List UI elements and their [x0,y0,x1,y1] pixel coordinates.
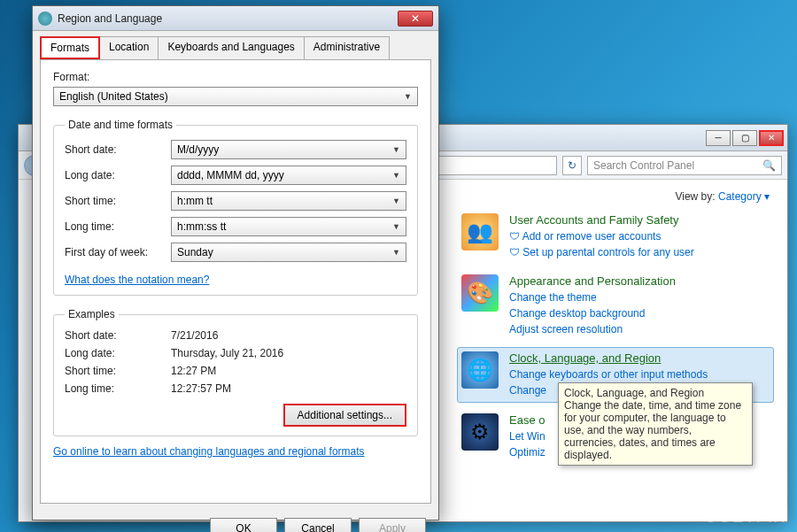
category-link[interactable]: Change desktop background [509,305,676,321]
chevron-down-icon: ▼ [392,248,400,257]
category-appearance[interactable]: 🎨 Appearance and Personalization Change … [461,274,770,337]
ex-long-date-value: Thursday, July 21, 2016 [171,347,283,359]
view-by: View by: Category ▾ [461,190,770,203]
search-input[interactable]: Search Control Panel 🔍 [587,156,782,175]
ex-short-time-label: Short time: [65,365,171,377]
user-accounts-icon: 👥 [461,213,499,251]
dialog-content: Format: English (United States) ▼ Date a… [40,59,431,504]
online-help-link[interactable]: Go online to learn about changing langua… [53,445,365,458]
chevron-down-icon: ▼ [392,197,400,205]
ease-of-access-icon: ⚙ [461,413,499,451]
cancel-button[interactable]: Cancel [284,518,352,532]
category-link[interactable]: Let Win [509,428,546,444]
dialog-button-row: OK Cancel Apply [33,511,438,532]
dialog-tabs: Formats Location Keyboards and Languages… [33,31,438,59]
category-user-accounts[interactable]: 👥 User Accounts and Family Safety 🛡 Add … [461,213,770,260]
shield-icon: 🛡 [509,246,522,258]
maximize-button[interactable]: ▢ [732,130,757,146]
long-date-dropdown[interactable]: dddd, MMMM dd, yyyy▼ [171,166,406,185]
shield-icon: 🛡 [509,230,522,243]
category-link[interactable]: Optimiz [509,444,546,460]
category-title: User Accounts and Family Safety [509,213,694,227]
short-date-label: Short date: [65,143,171,156]
format-dropdown[interactable]: English (United States) ▼ [53,87,418,106]
clock-region-icon: 🌐 [461,351,499,389]
tooltip-body: Change the date, time, and time zone for… [564,399,747,461]
category-link[interactable]: Change the theme [509,289,676,305]
chevron-down-icon: ▼ [392,171,400,180]
minimize-button[interactable]: ─ [706,130,731,146]
tab-keyboards-languages[interactable]: Keyboards and Languages [158,36,304,59]
category-link[interactable]: 🛡 Set up parental controls for any user [509,244,694,260]
chevron-down-icon: ▼ [392,145,400,154]
appearance-icon: 🎨 [461,274,499,312]
ex-long-time-value: 12:27:57 PM [171,382,231,395]
tooltip-title: Clock, Language, and Region [564,387,747,399]
cp-right-panel: View by: Category ▾ 👥 User Accounts and … [444,180,787,521]
date-time-formats-group: Date and time formats Short date: M/d/yy… [53,119,418,296]
long-time-label: Long time: [65,220,171,233]
format-value: English (United States) [59,90,168,103]
ok-button[interactable]: OK [210,518,277,532]
short-time-dropdown[interactable]: h:mm tt▼ [171,191,406,211]
notation-link[interactable]: What does the notation mean? [65,274,209,286]
examples-legend: Examples [65,308,119,320]
tab-administrative[interactable]: Administrative [304,36,390,59]
long-time-dropdown[interactable]: h:mm:ss tt▼ [171,217,406,236]
search-icon: 🔍 [762,159,776,172]
dialog-titlebar: Region and Language ✕ [33,6,438,31]
globe-icon [38,12,52,26]
ex-short-date-value: 7/21/2016 [171,329,218,342]
examples-group: Examples Short date:7/21/2016 Long date:… [53,308,418,436]
tooltip: Clock, Language, and Region Change the d… [558,382,753,466]
category-link[interactable]: Change keyboards or other input methods [509,366,708,382]
chevron-down-icon: ▼ [392,222,400,231]
tab-location[interactable]: Location [99,36,159,59]
format-label: Format: [53,71,418,83]
first-day-label: First day of week: [65,246,171,258]
short-date-dropdown[interactable]: M/d/yyyy▼ [171,140,406,159]
search-placeholder: Search Control Panel [593,159,694,172]
chevron-down-icon: ▼ [404,92,412,101]
category-title: Appearance and Personalization [509,274,676,288]
category-link[interactable]: Adjust screen resolution [509,321,676,337]
tab-formats[interactable]: Formats [40,36,100,59]
additional-settings-button[interactable]: Additional settings... [283,404,406,427]
ex-long-date-label: Long date: [65,347,171,359]
apply-button[interactable]: Apply [359,518,426,532]
close-button[interactable]: ✕ [759,130,784,146]
region-language-dialog: Region and Language ✕ Formats Location K… [32,5,439,520]
watermark: UGETFIX [705,508,786,527]
category-title: Ease o [509,413,546,427]
view-by-label: View by: [675,190,715,203]
category-title: Clock, Language, and Region [509,351,708,365]
date-time-formats-legend: Date and time formats [65,119,176,131]
ex-short-date-label: Short date: [65,329,171,342]
refresh-button[interactable]: ↻ [562,156,582,175]
dialog-title: Region and Language [58,12,398,25]
dialog-close-button[interactable]: ✕ [398,11,433,27]
ex-short-time-value: 12:27 PM [171,365,216,377]
short-time-label: Short time: [65,195,171,207]
category-link[interactable]: 🛡 Add or remove user accounts [509,228,694,244]
ex-long-time-label: Long time: [65,382,171,395]
first-day-dropdown[interactable]: Sunday▼ [171,243,406,262]
view-by-dropdown[interactable]: Category ▾ [718,190,770,203]
long-date-label: Long date: [65,169,171,181]
